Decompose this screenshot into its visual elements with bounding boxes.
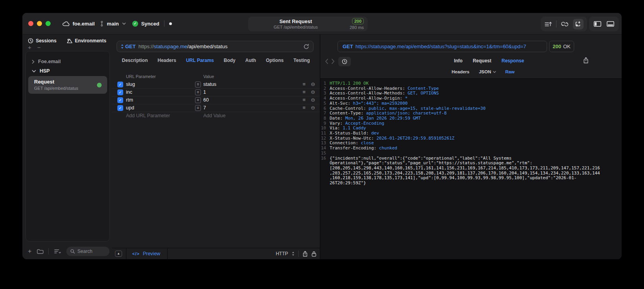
response-raw-view[interactable]: 1HTTP/1.1 200 OK2Access-Control-Allow-He… [320, 78, 622, 259]
remove-row-icon[interactable]: ⊖ [311, 81, 315, 87]
new-request-button[interactable]: + [28, 248, 31, 254]
sort-list-icon[interactable] [545, 21, 552, 27]
remove-row-icon[interactable]: ⊖ [311, 105, 315, 111]
protocol-updown-icon[interactable] [292, 252, 294, 256]
minimize-window-button[interactable] [37, 21, 42, 26]
send-request-button[interactable] [573, 19, 584, 29]
chevron-down-icon[interactable] [122, 22, 126, 25]
tab-sessions[interactable]: Sessions [28, 38, 57, 44]
response-tab-response[interactable]: Response [502, 58, 524, 64]
request-tab-headers[interactable]: Headers [158, 58, 176, 63]
preview-button[interactable]: Preview [143, 251, 160, 256]
response-subtab-json[interactable]: JSON [479, 69, 496, 74]
tree-group-label: HSP [40, 68, 50, 74]
response-subtab-raw[interactable]: Raw [505, 69, 515, 74]
param-key[interactable]: rtm [126, 97, 133, 103]
param-checkbox[interactable]: ✓ [117, 89, 123, 95]
share-icon[interactable] [303, 251, 308, 257]
drag-handle-icon[interactable]: ≡ [303, 97, 306, 103]
tree-group-hsp[interactable]: HSP [26, 66, 109, 76]
lock-icon[interactable] [312, 251, 316, 257]
response-tab-request[interactable]: Request [473, 58, 491, 64]
response-line: 14Transfer-Encoding: chunked [320, 146, 622, 151]
param-value[interactable]: status [203, 82, 216, 87]
response-subtab-headers[interactable]: Headers [452, 69, 469, 74]
toggle-sidebar-icon[interactable] [594, 21, 601, 27]
layers-icon [67, 38, 73, 44]
request-tab-testing[interactable]: Testing [294, 58, 310, 63]
param-checkbox[interactable]: ✓ [117, 105, 123, 111]
project-name[interactable]: foe.email [73, 21, 95, 27]
drag-handle-icon[interactable]: ≡ [303, 89, 306, 95]
params-table-header: URL Parameter Value [112, 74, 320, 80]
zoom-window-button[interactable] [46, 21, 51, 26]
export-response-icon[interactable] [583, 57, 589, 64]
line-number: 4 [320, 96, 330, 101]
sidebar-footer: + Search [22, 247, 112, 256]
request-tab-body[interactable]: Body [224, 58, 235, 63]
compare-branches-icon[interactable] [561, 21, 569, 27]
remove-item-button[interactable]: − [37, 44, 41, 50]
chevron-down-icon[interactable] [32, 70, 36, 73]
remove-row-icon[interactable]: ⊖ [311, 89, 315, 95]
add-value[interactable]: Add Value [203, 113, 226, 118]
expand-panel-icon[interactable]: ▲ [115, 251, 122, 257]
url-path: /api/embed/status [187, 44, 228, 49]
request-tab-auth[interactable]: Auth [245, 58, 256, 63]
chevron-right-icon[interactable] [32, 60, 35, 64]
sidebar: Sessions Environments + − [22, 35, 112, 259]
toggle-bottom-panel-icon[interactable] [607, 21, 614, 27]
drag-handle-icon[interactable]: ≡ [303, 81, 306, 87]
request-tab-options[interactable]: Options [266, 58, 283, 63]
add-url-parameter[interactable]: Add URL Parameter [126, 113, 170, 118]
search-input[interactable]: Search [66, 247, 109, 256]
param-value[interactable]: 60 [203, 97, 209, 103]
request-url-bar[interactable]: GET https://statuspage.me/api/embed/stat… [117, 41, 314, 52]
request-status-pill[interactable]: Sent Request GET /api/embed/status 200 2… [248, 16, 368, 31]
request-subtitle: GET /api/embed/status [274, 25, 317, 29]
param-value[interactable]: 1 [203, 89, 206, 95]
request-status-main: Sent Request GET /api/embed/status [248, 16, 343, 31]
resend-request-icon[interactable] [303, 44, 309, 49]
branch-icon [100, 21, 104, 27]
param-key[interactable]: inc [126, 89, 132, 95]
param-checkbox[interactable]: ✓ [117, 82, 123, 87]
app-window: foe.email main ✓ Synced Sent Request GET… [22, 13, 622, 259]
branch-name[interactable]: main [107, 21, 119, 27]
close-window-button[interactable] [28, 21, 33, 26]
response-subtabs: HeadersJSONRaw [320, 69, 622, 74]
remove-row-icon[interactable]: ⊖ [311, 97, 315, 103]
sent-request-url[interactable]: GET https://statuspage.me/api/embed/stat… [338, 41, 547, 52]
response-tabs: InfoRequestResponse [320, 58, 622, 64]
sessions-panel: Foe.email HSP Request GET /api/embed/sta… [26, 51, 110, 242]
request-tab-url-params[interactable]: URL Params [186, 58, 214, 63]
line-number: 15 [320, 151, 330, 156]
param-checkbox[interactable]: ✓ [117, 97, 123, 103]
tree-group-foe-email[interactable]: Foe.email [26, 57, 109, 66]
response-tab-info[interactable]: Info [454, 58, 463, 64]
request-url[interactable]: https://statuspage.me/api/embed/status [139, 44, 228, 49]
column-header-value: Value [203, 74, 214, 79]
new-folder-icon[interactable] [37, 249, 44, 254]
sort-options-icon[interactable] [54, 249, 61, 254]
param-key[interactable]: upd [126, 105, 134, 111]
response-line: 16{"incidents":null,"overall":{"code":"o… [320, 156, 622, 186]
sync-status[interactable]: Synced [141, 21, 159, 27]
param-key[interactable]: slug [126, 82, 135, 87]
equals-icon: = [195, 97, 201, 103]
param-value[interactable]: 7 [203, 105, 206, 111]
drag-handle-icon[interactable]: ≡ [303, 105, 306, 111]
protocol-selector[interactable]: HTTP [276, 251, 288, 256]
layout-toggles [589, 16, 619, 31]
request-title: Sent Request [279, 18, 312, 24]
sidebar-item-request[interactable]: Request GET /api/embed/status [28, 76, 107, 94]
column-header-key: URL Parameter [126, 74, 156, 79]
tab-environments[interactable]: Environments [67, 38, 106, 44]
request-method[interactable]: GET [125, 44, 136, 49]
unsaved-dot [169, 22, 172, 25]
add-item-button[interactable]: + [28, 44, 31, 50]
request-tab-description[interactable]: Description [122, 58, 148, 63]
search-icon [70, 249, 75, 254]
request-tabs: DescriptionHeadersURL ParamsBodyAuthOpti… [112, 58, 320, 63]
method-dropdown-icon[interactable] [121, 44, 124, 49]
